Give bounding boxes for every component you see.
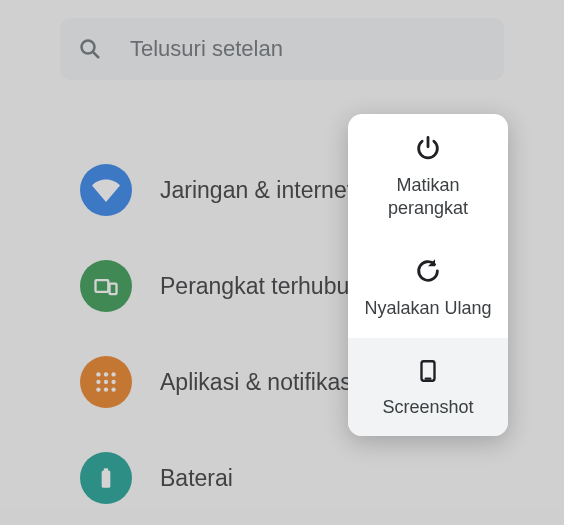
restart-button[interactable]: Nyalakan Ulang — [348, 237, 508, 338]
svg-point-0 — [82, 41, 95, 54]
power-menu: Matikan perangkat Nyalakan Ulang Screens… — [348, 114, 508, 436]
svg-rect-14 — [104, 468, 108, 471]
power-item-label: Nyalakan Ulang — [364, 297, 491, 320]
apps-icon — [80, 356, 132, 408]
settings-item-label: Perangkat terhubung — [160, 273, 375, 300]
svg-point-10 — [96, 387, 100, 391]
power-item-label: Screenshot — [382, 396, 473, 419]
search-icon — [78, 37, 102, 61]
svg-point-11 — [104, 387, 108, 391]
devices-icon — [80, 260, 132, 312]
settings-item-label: Aplikasi & notifikasi — [160, 369, 357, 396]
svg-point-4 — [96, 372, 100, 376]
power-item-label: Matikan perangkat — [358, 174, 498, 219]
battery-icon — [80, 452, 132, 504]
svg-point-6 — [111, 372, 115, 376]
settings-item-label: Jaringan & internet — [160, 177, 353, 204]
svg-point-12 — [111, 387, 115, 391]
screenshot-icon — [415, 358, 441, 384]
svg-rect-3 — [110, 284, 117, 295]
svg-point-9 — [111, 380, 115, 384]
svg-point-7 — [96, 380, 100, 384]
search-bar[interactable]: Telusuri setelan — [60, 18, 504, 80]
wifi-icon — [80, 164, 132, 216]
svg-rect-2 — [96, 280, 109, 292]
power-icon — [414, 134, 442, 162]
svg-line-1 — [93, 52, 99, 58]
restart-icon — [414, 257, 442, 285]
svg-rect-13 — [102, 470, 111, 487]
svg-point-8 — [104, 380, 108, 384]
search-placeholder: Telusuri setelan — [130, 36, 283, 62]
power-off-button[interactable]: Matikan perangkat — [348, 114, 508, 237]
screenshot-button[interactable]: Screenshot — [348, 338, 508, 437]
settings-item-label: Baterai — [160, 465, 233, 492]
settings-item-battery[interactable]: Baterai — [80, 452, 524, 504]
svg-point-5 — [104, 372, 108, 376]
